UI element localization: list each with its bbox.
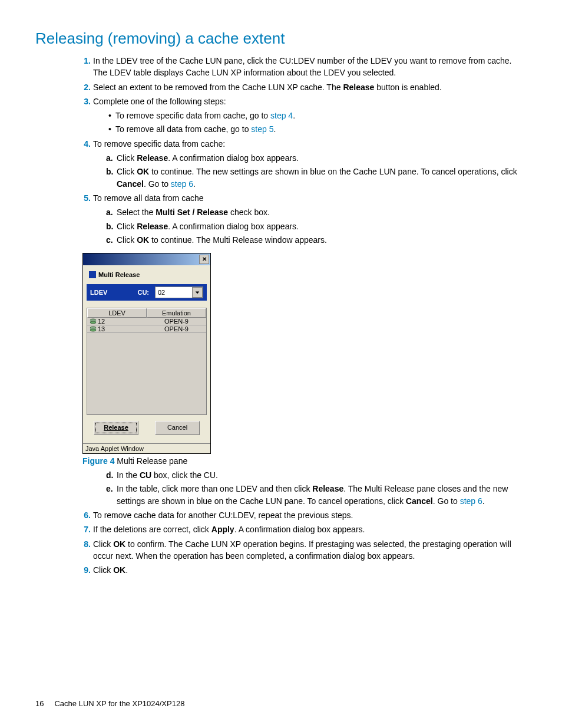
cu-dropdown[interactable]: 02 bbox=[155, 286, 203, 298]
dialog-heading: Multi Release bbox=[87, 270, 207, 284]
step-text: Complete one of the following steps: bbox=[93, 97, 226, 106]
cu-value: 02 bbox=[156, 289, 192, 296]
cell-ldev: 13 bbox=[98, 325, 105, 332]
link-step-4[interactable]: step 4 bbox=[270, 111, 293, 120]
step-text: Click OK. bbox=[93, 565, 128, 575]
doc-title: Cache LUN XP for the XP1024/XP128 bbox=[54, 699, 184, 708]
step-5c: c.Click OK to continue. The Multi Releas… bbox=[106, 234, 527, 246]
ldev-table: LDEV Emulation 12 OPEN-9 bbox=[87, 308, 207, 415]
step-7: 7.If the deletions are correct, click Ap… bbox=[82, 523, 527, 535]
main-steps: 1.In the LDEV tree of the Cache LUN pane… bbox=[35, 55, 527, 246]
table-row[interactable]: 13 OPEN-9 bbox=[87, 325, 206, 333]
figure-label: Figure 4 bbox=[82, 456, 114, 466]
svg-point-6 bbox=[90, 329, 96, 331]
cu-label: CU: bbox=[137, 289, 149, 296]
page-footer: 16 Cache LUN XP for the XP1024/XP128 bbox=[35, 699, 184, 708]
step-text: To remove cache data for another CU:LDEV… bbox=[93, 510, 353, 520]
step-9: 9.Click OK. bbox=[82, 564, 527, 576]
chevron-down-icon[interactable] bbox=[192, 287, 203, 298]
dialog-titlebar: ✕ bbox=[83, 253, 210, 265]
disk-icon bbox=[90, 318, 97, 324]
step-4b: b.Click OK to continue. The new settings… bbox=[106, 166, 527, 190]
ldev-bar: LDEV CU: 02 bbox=[87, 284, 207, 301]
step-1: 1.In the LDEV tree of the Cache LUN pane… bbox=[82, 55, 527, 79]
multi-release-dialog: ✕ Multi Release LDEV CU: 02 bbox=[82, 253, 211, 454]
step-5: 5. To remove all data from cache a.Selec… bbox=[82, 192, 527, 246]
cancel-button[interactable]: Cancel bbox=[155, 421, 200, 435]
table-header: LDEV Emulation bbox=[87, 308, 206, 318]
close-icon[interactable]: ✕ bbox=[199, 255, 209, 264]
ldev-label: LDEV bbox=[90, 289, 107, 296]
step-5b: b.Click Release. A confirmation dialog b… bbox=[106, 220, 527, 232]
cell-emu: OPEN-9 bbox=[147, 318, 206, 325]
step-8: 8.Click OK to confirm. The Cache LUN XP … bbox=[82, 538, 527, 562]
section-title: Releasing (removing) a cache extent bbox=[35, 29, 527, 48]
step-6: 6.To remove cache data for another CU:LD… bbox=[82, 509, 527, 521]
step-4a: a.Click Release. A confirmation dialog b… bbox=[106, 152, 527, 164]
step-4: 4. To remove specific data from cache: a… bbox=[82, 138, 527, 190]
table-row[interactable]: 12 OPEN-9 bbox=[87, 318, 206, 325]
step-3: 3. Complete one of the following steps: … bbox=[82, 95, 527, 136]
svg-marker-0 bbox=[196, 292, 199, 294]
svg-point-3 bbox=[90, 321, 96, 324]
cell-ldev: 12 bbox=[98, 318, 105, 325]
step-text: Select an extent to be removed from the … bbox=[93, 83, 442, 92]
step-text: To remove specific data from cache: bbox=[93, 139, 225, 149]
link-step-6[interactable]: step 6 bbox=[171, 179, 193, 189]
bullet-step4: To remove specific data from cache, go t… bbox=[108, 110, 527, 121]
figure-multi-release: ✕ Multi Release LDEV CU: 02 bbox=[82, 253, 527, 466]
main-steps-continued: d.In the CU box, click the CU. e.In the … bbox=[35, 469, 527, 576]
square-icon bbox=[89, 271, 96, 278]
release-button[interactable]: Release bbox=[94, 421, 138, 435]
link-step-5[interactable]: step 5 bbox=[251, 124, 273, 134]
step-text: If the deletions are correct, click Appl… bbox=[93, 525, 365, 534]
col-ldev: LDEV bbox=[87, 308, 147, 318]
cell-emu: OPEN-9 bbox=[147, 325, 206, 333]
disk-icon bbox=[90, 326, 97, 332]
step-text: In the LDEV tree of the Cache LUN pane, … bbox=[93, 56, 511, 77]
step-5-cont: d.In the CU box, click the CU. e.In the … bbox=[82, 469, 527, 507]
bullet-step5: To remove all data from cache, go to ste… bbox=[108, 123, 527, 135]
step-5a: a.Select the Multi Set / Release check b… bbox=[106, 206, 527, 218]
step-5d: d.In the CU box, click the CU. bbox=[106, 469, 527, 481]
col-emu: Emulation bbox=[147, 308, 206, 318]
step-text: To remove all data from cache bbox=[93, 193, 204, 203]
page-number: 16 bbox=[35, 699, 44, 708]
dialog-title: Multi Release bbox=[98, 271, 140, 278]
java-applet-footer: Java Applet Window bbox=[83, 443, 210, 453]
step-5e: e.In the table, click more than one LDEV… bbox=[106, 483, 527, 507]
link-step-6b[interactable]: step 6 bbox=[460, 496, 482, 506]
figure-caption: Figure 4 Multi Release pane bbox=[82, 456, 527, 466]
step-text: Click OK to confirm. The Cache LUN XP op… bbox=[93, 539, 511, 561]
step-2: 2. Select an extent to be removed from t… bbox=[82, 81, 527, 93]
